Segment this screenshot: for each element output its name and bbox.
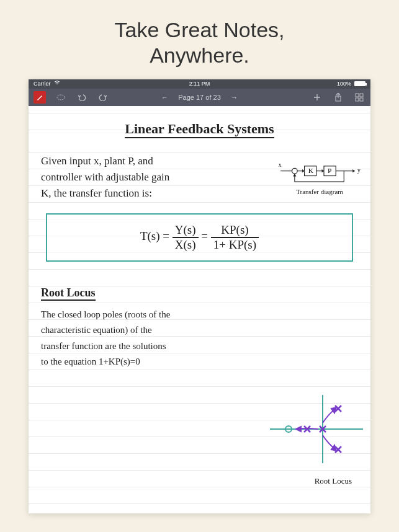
transfer-diagram-label: Transfer diagram <box>276 188 363 195</box>
grid-view-button[interactable] <box>353 91 365 104</box>
formula-mid-num: Y(s) <box>173 223 199 238</box>
formula-mid-den: X(s) <box>173 238 199 252</box>
diagram-p-label: P <box>328 167 331 174</box>
promo-line1: Take Great Notes, <box>0 17 399 43</box>
block-diagram-svg: x K P y <box>276 157 363 187</box>
svg-rect-2 <box>356 94 359 97</box>
formula-box: T(s) = Y(s) X(s) = KP(s) 1+ KP(s) <box>46 213 353 262</box>
svg-marker-19 <box>293 174 296 176</box>
intro-line3: K, the transfer function is: <box>41 185 233 202</box>
battery-label: 100% <box>337 81 351 87</box>
toolbar: ← Page 17 of 23 → <box>29 89 370 106</box>
root-locus-heading: Root Locus <box>41 286 96 301</box>
rl-line2: characteristic equation) of the <box>41 322 240 339</box>
intro-line2: controller with adjustable gain <box>41 169 233 185</box>
svg-point-7 <box>292 168 297 174</box>
svg-rect-5 <box>360 98 363 101</box>
diagram-x-label: x <box>279 161 282 167</box>
root-locus-label: Root Locus <box>315 476 352 486</box>
formula-lhs: T(s) <box>140 229 160 242</box>
prev-page-button[interactable]: ← <box>158 91 171 104</box>
battery-icon <box>354 81 365 86</box>
carrier-label: Carrier <box>34 81 51 87</box>
intro-paragraph: Given input x, plant P, and controller w… <box>41 153 233 202</box>
device-frame: Carrier 2:11 PM 100% ← <box>29 79 370 513</box>
root-locus-paragraph: The closed loop poles (roots of the char… <box>41 307 240 370</box>
formula-rhs-den: 1+ KP(s) <box>211 238 259 252</box>
undo-button[interactable] <box>76 91 88 104</box>
diagram-y-label: y <box>357 167 361 174</box>
wifi-icon <box>54 81 60 87</box>
equals-sign: = <box>163 229 172 242</box>
transfer-diagram: x K P y <box>276 157 363 195</box>
rl-line3: transfer function are the solutions <box>41 339 240 355</box>
svg-rect-3 <box>360 94 363 97</box>
redo-button[interactable] <box>97 91 109 104</box>
share-button[interactable] <box>332 91 344 104</box>
diagram-k-label: K <box>308 167 314 174</box>
formula-rhs-num: KP(s) <box>211 223 259 238</box>
root-locus-diagram <box>270 392 363 466</box>
add-page-button[interactable] <box>311 91 323 104</box>
page-indicator: Page 17 of 23 <box>178 94 221 101</box>
status-bar: Carrier 2:11 PM 100% <box>29 79 370 89</box>
time-label: 2:11 PM <box>189 81 210 87</box>
next-page-button[interactable]: → <box>228 91 241 104</box>
rl-line4: to the equation 1+KP(s)=0 <box>41 354 240 370</box>
svg-marker-31 <box>296 427 301 432</box>
note-title: Linear Feedback Systems <box>125 121 274 138</box>
rl-line1: The closed loop poles (roots of the <box>41 307 240 323</box>
svg-point-0 <box>57 95 65 100</box>
promo-line2: Anywhere. <box>0 43 399 68</box>
equals-sign-2: = <box>201 229 210 242</box>
intro-line1: Given input x, plant P, and <box>41 153 233 169</box>
pen-tool-button[interactable] <box>34 91 46 104</box>
svg-rect-4 <box>356 98 359 101</box>
svg-marker-15 <box>352 169 354 172</box>
promo-heading: Take Great Notes, Anywhere. <box>0 0 399 79</box>
lasso-tool-button[interactable] <box>55 91 67 104</box>
note-canvas[interactable]: Linear Feedback Systems Given input x, p… <box>29 106 370 513</box>
